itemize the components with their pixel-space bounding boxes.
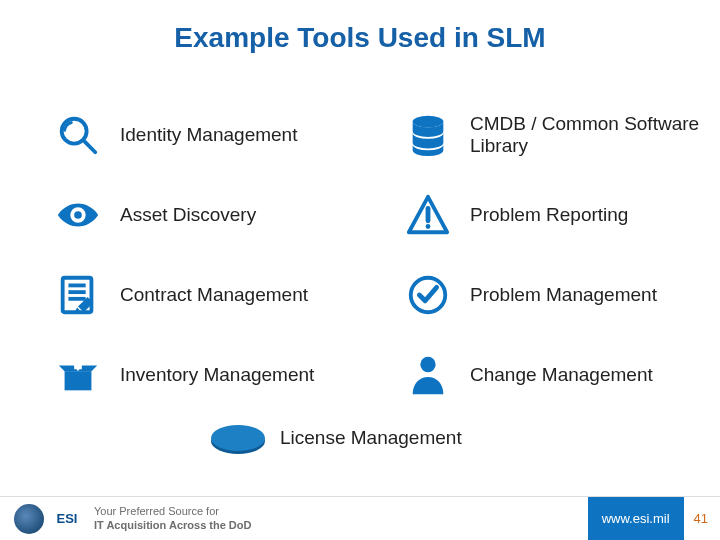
esi-logo-icon: ESI xyxy=(52,504,82,534)
eye-icon xyxy=(50,187,106,243)
svg-marker-12 xyxy=(74,356,82,360)
item-label: Contract Management xyxy=(120,284,308,306)
item-license-management: License Management xyxy=(210,420,462,456)
page-number: 41 xyxy=(694,511,708,526)
item-label: Problem Management xyxy=(470,284,657,306)
svg-rect-11 xyxy=(74,360,82,370)
svg-point-17 xyxy=(420,357,435,372)
svg-rect-8 xyxy=(65,371,92,390)
magnifier-icon xyxy=(50,107,106,163)
item-label: Identity Management xyxy=(120,124,297,146)
item-problem-reporting: Problem Reporting xyxy=(400,175,720,255)
svg-line-1 xyxy=(85,142,96,153)
item-label: Inventory Management xyxy=(120,364,314,386)
item-problem-management: Problem Management xyxy=(400,255,720,335)
footer: ESI Your Preferred Source for IT Acquisi… xyxy=(0,496,720,540)
item-label: Problem Reporting xyxy=(470,204,628,226)
item-change-management: Change Management xyxy=(400,335,720,415)
left-column: Identity Management Asset Discovery Cont… xyxy=(50,95,390,415)
footer-tagline: Your Preferred Source for IT Acquisition… xyxy=(94,505,251,531)
item-identity-management: Identity Management xyxy=(50,95,390,175)
item-label: Asset Discovery xyxy=(120,204,256,226)
item-asset-discovery: Asset Discovery xyxy=(50,175,390,255)
svg-point-3 xyxy=(74,211,82,219)
contract-icon xyxy=(50,267,106,323)
right-column: CMDB / Common Software Library Problem R… xyxy=(400,95,720,415)
warning-triangle-icon xyxy=(400,187,456,243)
check-circle-icon xyxy=(400,267,456,323)
person-icon xyxy=(400,347,456,403)
slide-title: Example Tools Used in SLM xyxy=(0,22,720,54)
item-label: License Management xyxy=(280,427,462,449)
box-open-icon xyxy=(50,347,106,403)
ellipse-icon xyxy=(210,420,266,456)
svg-point-15 xyxy=(426,224,431,229)
item-contract-management: Contract Management xyxy=(50,255,390,335)
dod-seal-icon xyxy=(14,504,44,534)
item-inventory-management: Inventory Management xyxy=(50,335,390,415)
database-icon xyxy=(400,107,456,163)
item-label: CMDB / Common Software Library xyxy=(470,113,720,157)
item-label: Change Management xyxy=(470,364,653,386)
item-cmdb-library: CMDB / Common Software Library xyxy=(400,95,720,175)
footer-url: www.esi.mil xyxy=(588,497,684,541)
svg-point-13 xyxy=(413,116,444,128)
